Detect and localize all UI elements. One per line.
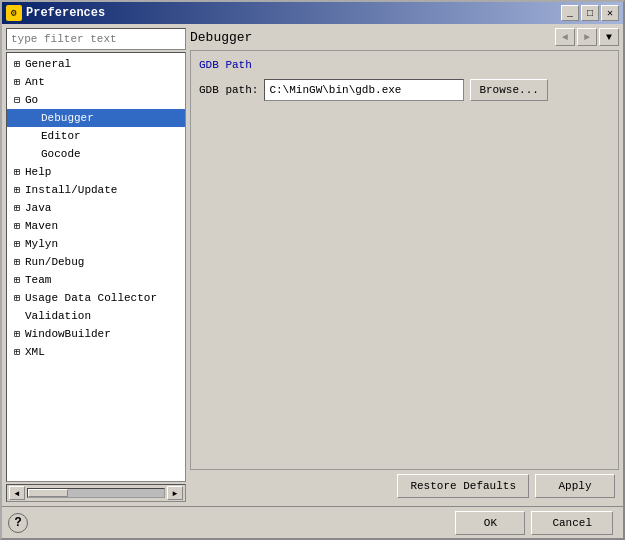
sidebar-item-label: Team	[25, 274, 51, 286]
ok-button[interactable]: OK	[455, 511, 525, 535]
sidebar-item-general[interactable]: ⊞ General	[7, 55, 185, 73]
expand-icon-install-update: ⊞	[9, 182, 25, 198]
right-panel: Debugger ◄ ► ▼ GDB Path GDB path: Browse…	[190, 28, 619, 502]
sidebar-item-usage-data-collector[interactable]: ⊞ Usage Data Collector	[7, 289, 185, 307]
expand-icon-mylyn: ⊞	[9, 236, 25, 252]
expand-icon-usage: ⊞	[9, 290, 25, 306]
expand-icon-general: ⊞	[9, 56, 25, 72]
expand-icon-maven: ⊞	[9, 218, 25, 234]
expand-icon-debugger	[25, 110, 41, 126]
browse-button[interactable]: Browse...	[470, 79, 547, 101]
sidebar-item-install-update[interactable]: ⊞ Install/Update	[7, 181, 185, 199]
sidebar-item-validation[interactable]: Validation	[7, 307, 185, 325]
sidebar-item-label: Go	[25, 94, 38, 106]
sidebar-item-maven[interactable]: ⊞ Maven	[7, 217, 185, 235]
sidebar-item-label: Debugger	[41, 112, 94, 124]
expand-icon-xml: ⊞	[9, 344, 25, 360]
main-content: ⊞ General ⊞ Ant ⊟ Go	[2, 24, 623, 506]
sidebar-item-label: Java	[25, 202, 51, 214]
help-button[interactable]: ?	[8, 513, 28, 533]
scroll-right-button[interactable]: ►	[167, 486, 183, 500]
nav-forward-button[interactable]: ►	[577, 28, 597, 46]
split-panel: ⊞ General ⊞ Ant ⊟ Go	[6, 28, 619, 502]
close-button[interactable]: ✕	[601, 5, 619, 21]
sidebar-item-gocode[interactable]: Gocode	[7, 145, 185, 163]
horizontal-scrollbar: ◄ ►	[6, 484, 186, 502]
window-icon: ⚙	[6, 5, 22, 21]
filter-input[interactable]	[6, 28, 186, 50]
status-bar: ? OK Cancel	[2, 506, 623, 538]
sidebar-item-label: Install/Update	[25, 184, 117, 196]
section-title: GDB Path	[199, 59, 610, 71]
expand-icon-validation	[9, 308, 25, 324]
gdb-path-label: GDB path:	[199, 84, 258, 96]
sidebar-item-ant[interactable]: ⊞ Ant	[7, 73, 185, 91]
navigation-arrows: ◄ ► ▼	[555, 28, 619, 46]
title-bar: ⚙ Preferences _ □ ✕	[2, 2, 623, 24]
expand-icon-editor	[25, 128, 41, 144]
sidebar-item-label: Gocode	[41, 148, 81, 160]
expand-icon-gocode	[25, 146, 41, 162]
sidebar-item-editor[interactable]: Editor	[7, 127, 185, 145]
sidebar-item-label: Validation	[25, 310, 91, 322]
apply-button[interactable]: Apply	[535, 474, 615, 498]
sidebar-item-mylyn[interactable]: ⊞ Mylyn	[7, 235, 185, 253]
expand-icon-ant: ⊞	[9, 74, 25, 90]
sidebar-item-label: Help	[25, 166, 51, 178]
tree-scroll-area: ⊞ General ⊞ Ant ⊟ Go	[7, 55, 185, 479]
sidebar-item-team[interactable]: ⊞ Team	[7, 271, 185, 289]
sidebar-item-go[interactable]: ⊟ Go	[7, 91, 185, 109]
right-content-area: GDB Path GDB path: Browse...	[190, 50, 619, 470]
action-bar: Restore Defaults Apply	[190, 470, 619, 502]
scroll-left-button[interactable]: ◄	[9, 486, 25, 500]
expand-icon-help: ⊞	[9, 164, 25, 180]
maximize-button[interactable]: □	[581, 5, 599, 21]
tree-container: ⊞ General ⊞ Ant ⊟ Go	[6, 52, 186, 482]
sidebar-item-debugger[interactable]: Debugger	[7, 109, 185, 127]
right-header: Debugger ◄ ► ▼	[190, 28, 619, 46]
restore-defaults-button[interactable]: Restore Defaults	[397, 474, 529, 498]
expand-icon-run-debug: ⊞	[9, 254, 25, 270]
sidebar-item-label: General	[25, 58, 71, 70]
sidebar-item-label: XML	[25, 346, 45, 358]
minimize-button[interactable]: _	[561, 5, 579, 21]
nav-back-button[interactable]: ◄	[555, 28, 575, 46]
sidebar-item-label: Run/Debug	[25, 256, 84, 268]
right-panel-title: Debugger	[190, 30, 252, 45]
scroll-thumb[interactable]	[28, 489, 68, 497]
nav-dropdown-button[interactable]: ▼	[599, 28, 619, 46]
sidebar-item-label: Ant	[25, 76, 45, 88]
window-title: Preferences	[26, 6, 557, 20]
expand-icon-windowbuilder: ⊞	[9, 326, 25, 342]
ok-cancel-area: OK Cancel	[34, 511, 617, 535]
sidebar-item-run-debug[interactable]: ⊞ Run/Debug	[7, 253, 185, 271]
sidebar-item-xml[interactable]: ⊞ XML	[7, 343, 185, 361]
preferences-window: ⚙ Preferences _ □ ✕ ⊞ General	[0, 0, 625, 540]
expand-icon-java: ⊞	[9, 200, 25, 216]
cancel-button[interactable]: Cancel	[531, 511, 613, 535]
sidebar-item-label: Editor	[41, 130, 81, 142]
expand-icon-team: ⊞	[9, 272, 25, 288]
expand-icon-go: ⊟	[9, 92, 25, 108]
sidebar-item-label: Maven	[25, 220, 58, 232]
scroll-track[interactable]	[27, 488, 165, 498]
window-controls: _ □ ✕	[561, 5, 619, 21]
sidebar-item-label: Mylyn	[25, 238, 58, 250]
left-panel: ⊞ General ⊞ Ant ⊟ Go	[6, 28, 186, 502]
sidebar-item-label: WindowBuilder	[25, 328, 111, 340]
gdb-path-row: GDB path: Browse...	[199, 79, 610, 101]
sidebar-item-label: Usage Data Collector	[25, 292, 157, 304]
sidebar-item-windowbuilder[interactable]: ⊞ WindowBuilder	[7, 325, 185, 343]
sidebar-item-help[interactable]: ⊞ Help	[7, 163, 185, 181]
gdb-path-input[interactable]	[264, 79, 464, 101]
sidebar-item-java[interactable]: ⊞ Java	[7, 199, 185, 217]
